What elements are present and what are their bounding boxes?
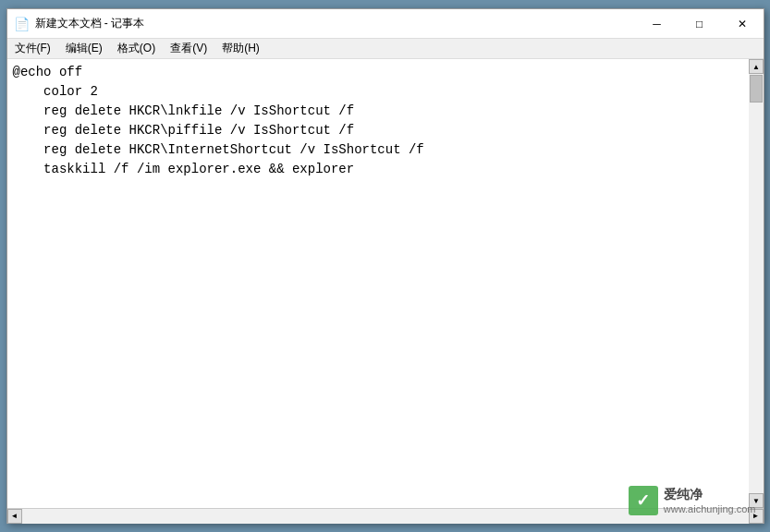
- scroll-left-button[interactable]: ◄: [7, 509, 22, 524]
- menu-help[interactable]: 帮助(H): [214, 39, 267, 59]
- window-title: 新建文本文档 - 记事本: [35, 16, 145, 31]
- menu-view[interactable]: 查看(V): [163, 39, 214, 59]
- close-button[interactable]: ✕: [721, 9, 764, 39]
- menu-format[interactable]: 格式(O): [110, 39, 163, 59]
- watermark-brand: 爱纯净: [664, 487, 756, 503]
- notepad-window: 📄 新建文本文档 - 记事本 ─ □ ✕ 文件(F) 编辑(E) 格式(O) 查…: [6, 8, 764, 524]
- editor-area: ▲ ▼: [7, 59, 764, 508]
- title-bar-left: 📄 新建文本文档 - 记事本: [15, 16, 145, 31]
- menu-edit[interactable]: 编辑(E): [58, 39, 110, 59]
- app-icon: 📄: [15, 17, 30, 31]
- scroll-track[interactable]: [749, 74, 764, 493]
- scroll-up-button[interactable]: ▲: [749, 59, 764, 74]
- maximize-button[interactable]: □: [678, 9, 721, 39]
- menu-bar: 文件(F) 编辑(E) 格式(O) 查看(V) 帮助(H): [7, 39, 764, 59]
- watermark: ✓ 爱纯净 www.aichunjing.com: [629, 486, 756, 515]
- menu-file[interactable]: 文件(F): [7, 39, 58, 59]
- title-bar-controls: ─ □ ✕: [636, 9, 764, 39]
- watermark-url: www.aichunjing.com: [664, 503, 756, 514]
- text-editor[interactable]: [7, 59, 749, 508]
- title-bar: 📄 新建文本文档 - 记事本 ─ □ ✕: [7, 9, 764, 39]
- scroll-thumb[interactable]: [750, 75, 763, 103]
- watermark-text-container: 爱纯净 www.aichunjing.com: [664, 487, 756, 514]
- minimize-button[interactable]: ─: [636, 9, 678, 39]
- watermark-logo-icon: ✓: [629, 486, 658, 515]
- vertical-scrollbar[interactable]: ▲ ▼: [749, 59, 764, 508]
